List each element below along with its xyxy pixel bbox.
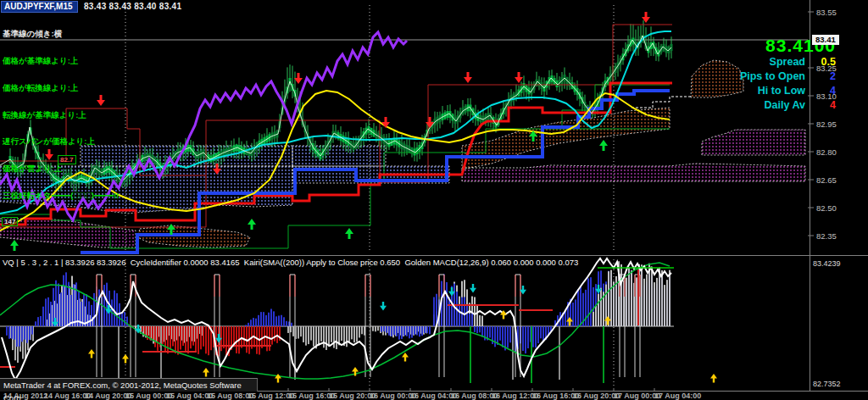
ichimoku-status-line: 価格が基準線より:上 [3, 57, 119, 66]
quote-panel: 83.4100 Spread0.5 Pips to Open2 Hi to Lo… [740, 36, 836, 113]
indicator-axis-min: 82.7352 [813, 380, 841, 388]
price-tick: 82.35 [816, 231, 837, 241]
time-tick-label: 15 Aug 00:00 [125, 392, 172, 400]
ichimoku-status-block: 基準線の傾き:横 価格が基準線より:上 価格が転換線より:上 転換線が基準線より… [3, 12, 119, 219]
time-tick-label: 16 Aug 12:00 [492, 392, 538, 400]
time-tick-label: 14 Aug 20:00 [85, 392, 131, 400]
current-price-tag: 83.41 [812, 35, 839, 45]
quote-row-label: Hi to Low [758, 85, 805, 97]
time-tick-label: 15 Aug 04:00 [166, 392, 213, 400]
status-bar: MetaTrader 4 at FOREX.com, © 2001-2012, … [0, 378, 258, 392]
price-tick: 82.95 [816, 119, 837, 129]
price-tick: 82.80 [816, 147, 837, 157]
chart-canvas[interactable] [0, 0, 868, 400]
quote-row-label: Spread [770, 56, 805, 68]
chart-price-label: 147 [2, 217, 18, 226]
quote-row-value: 4 [805, 98, 836, 113]
quote-row-label: Pips to Open [740, 70, 805, 82]
ichimoku-status-line: 価格が転換線より:上 [3, 84, 119, 93]
time-tick-label: 16 Aug 00:00 [370, 392, 416, 400]
ichimoku-status-line: 基準線の傾き:横 [3, 30, 119, 39]
time-tick-label: 15 Aug 08:00 [207, 392, 253, 400]
price-tick: 83.25 [816, 64, 837, 73]
time-tick-label: 15 Aug 16:00 [288, 392, 335, 400]
time-tick-label: 14 Aug 16:00 [44, 392, 91, 400]
time-tick-label: 16 Aug 16:00 [532, 392, 579, 400]
time-tick-label: 17 Aug 00:00 [614, 392, 660, 400]
time-tick-label: 15 Aug 20:00 [329, 392, 376, 400]
symbol-timeframe: AUDJPYFXF,M15 [4, 2, 73, 11]
chart-price-label: 82.7 [58, 155, 76, 164]
time-tick-label: 16 Aug 20:00 [573, 392, 620, 400]
time-tick-label: 17 Aug 04:00 [654, 392, 701, 400]
mt4-window: AUDJPYFXF,M15 83.43 83.43 83.40 83.41 基準… [0, 0, 868, 400]
quote-row: Daily Av4 [740, 98, 836, 113]
indicator-axis-max: 83.4239 [813, 259, 841, 268]
time-tick-label: 16 Aug 08:00 [451, 392, 498, 400]
ichimoku-status-line: 三役好転キタ━━━━(ﾟ∀ﾟ)━━━━!! [3, 192, 119, 201]
chart-title-bar[interactable]: AUDJPYFXF,M15 [1, 1, 78, 13]
quote-row-label: Daily Av [765, 99, 805, 111]
ichimoku-status-line: 転換線が基準線より:上 [3, 111, 119, 120]
price-tick: 83.55 [816, 8, 837, 17]
price-tick: 82.65 [816, 175, 837, 185]
time-tick-label: 16 Aug 04:00 [410, 392, 457, 400]
price-tick: 82.50 [816, 203, 837, 213]
ichimoku-status-line: 遅行スパンが価格より:上 [3, 137, 119, 147]
time-tick-label: 15 Aug 12:00 [248, 392, 294, 400]
indicator-panel-title: VQ | 5 . 3 , 2 . 1 | 83.3926 83.3926 Cyc… [3, 258, 578, 267]
ichimoku-status-line: 価格が雲より:上 [3, 164, 119, 174]
price-tick: 83.10 [816, 92, 837, 101]
ohlc-readout: 83.43 83.43 83.40 83.41 [84, 2, 181, 11]
